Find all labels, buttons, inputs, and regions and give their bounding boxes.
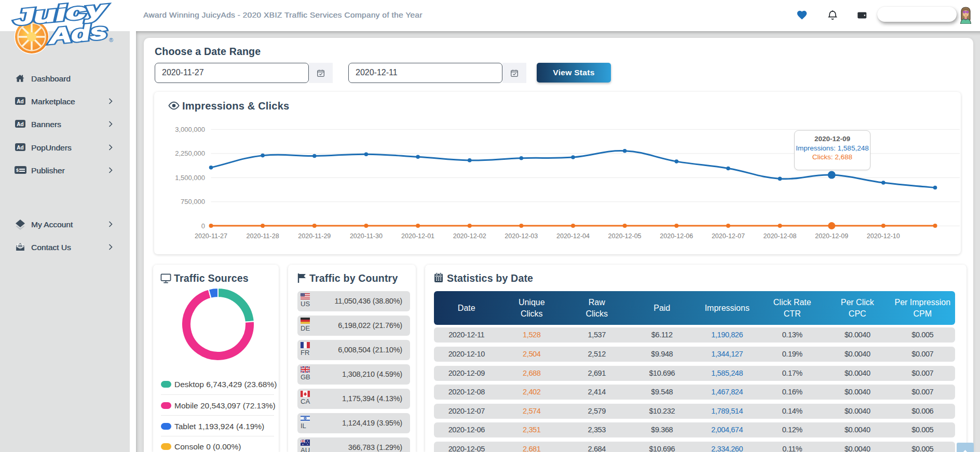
svg-text:2020-12-08: 2020-12-08 bbox=[764, 232, 797, 240]
svg-text:1,500,000: 1,500,000 bbox=[175, 174, 205, 182]
svg-text:2020-12-03: 2020-12-03 bbox=[505, 232, 538, 240]
svg-text:2020-11-28: 2020-11-28 bbox=[247, 232, 279, 240]
svg-text:Ad: Ad bbox=[17, 99, 23, 104]
svg-text:2,250,000: 2,250,000 bbox=[175, 149, 205, 157]
svg-text:2020-12-09: 2020-12-09 bbox=[815, 232, 848, 240]
svg-text:®: ® bbox=[109, 37, 113, 43]
svg-text:2020-12-05: 2020-12-05 bbox=[608, 232, 642, 240]
svg-text:2020-12-04: 2020-12-04 bbox=[556, 232, 590, 240]
svg-text:3,000,000: 3,000,000 bbox=[175, 126, 205, 133]
svg-text:Ad: Ad bbox=[17, 121, 23, 127]
svg-text:750,000: 750,000 bbox=[181, 198, 205, 206]
svg-text:Ads: Ads bbox=[47, 19, 108, 48]
svg-text:2020-12-10: 2020-12-10 bbox=[867, 232, 900, 240]
svg-text:2020-11-29: 2020-11-29 bbox=[298, 232, 331, 240]
svg-text:$: $ bbox=[16, 168, 19, 173]
svg-text:2020-12-02: 2020-12-02 bbox=[453, 232, 486, 240]
svg-text:Ad: Ad bbox=[17, 144, 23, 150]
svg-text:2020-12-06: 2020-12-06 bbox=[660, 232, 693, 240]
svg-text:2020-12-01: 2020-12-01 bbox=[401, 232, 434, 240]
svg-text:2020-12-07: 2020-12-07 bbox=[712, 232, 745, 240]
svg-text:2020-11-30: 2020-11-30 bbox=[350, 232, 383, 240]
svg-text:0: 0 bbox=[201, 222, 205, 230]
svg-text:2020-11-27: 2020-11-27 bbox=[195, 232, 227, 240]
